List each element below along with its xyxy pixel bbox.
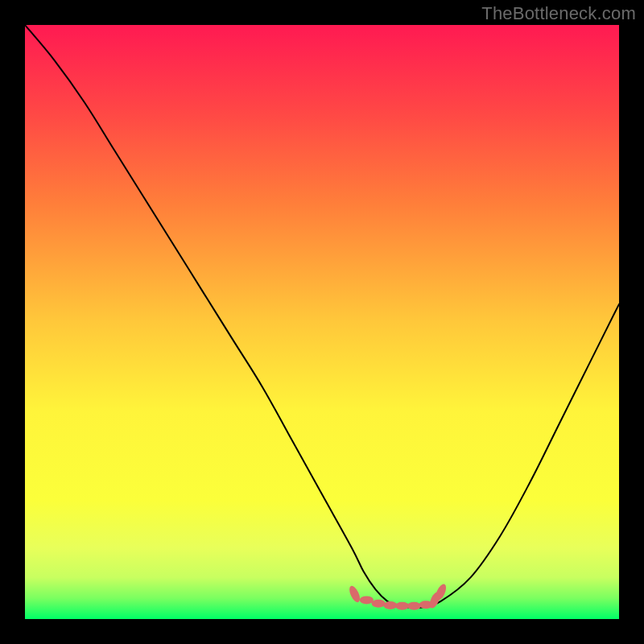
watermark-label: TheBottleneck.com <box>481 3 636 24</box>
marker-dot <box>372 600 386 608</box>
chart-frame: TheBottleneck.com <box>0 0 644 644</box>
marker-dot <box>360 596 374 604</box>
bottleneck-curve-layer <box>25 25 619 619</box>
marker-dot <box>347 584 361 604</box>
marker-dot <box>407 602 421 610</box>
marker-dot <box>383 601 397 609</box>
marker-dot <box>395 602 409 610</box>
bottleneck-range-markers <box>347 583 448 610</box>
bottleneck-curve <box>25 25 619 608</box>
